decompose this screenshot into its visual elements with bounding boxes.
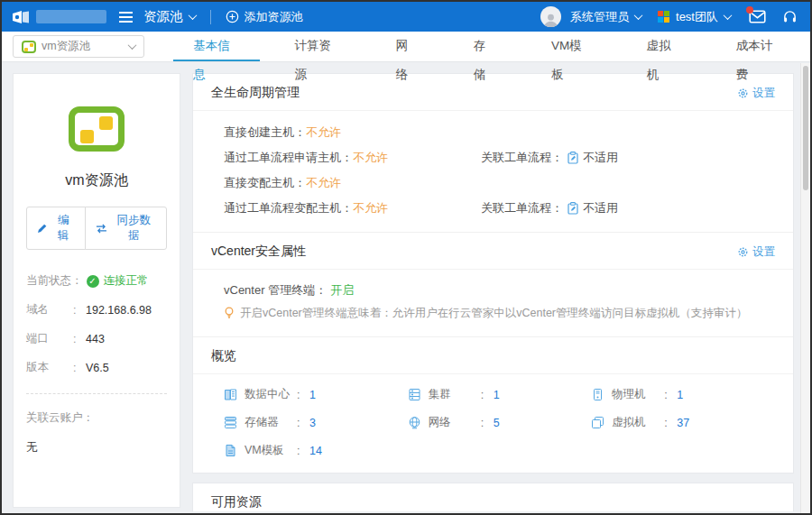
network-icon <box>408 416 421 429</box>
user-silhouette-icon <box>542 12 559 27</box>
overview-item-value: 1 <box>677 389 683 401</box>
status-row: 当前状态： ✓ 连接正常 <box>26 273 167 289</box>
tabbar: vm资源池 基本信息 计算资源 网络 存储 VM模板 虚拟机 成本计费 <box>2 32 810 62</box>
overview-item-label: 物理机 <box>612 387 664 402</box>
edit-button[interactable]: 编辑 <box>26 207 86 250</box>
colon: : <box>481 389 494 401</box>
colon: : <box>297 417 309 429</box>
overview-item: VM模板 : 14 <box>224 443 408 458</box>
plus-circle-icon <box>226 10 239 23</box>
app-logo[interactable] <box>11 9 106 25</box>
linked-account-value: 无 <box>26 440 167 455</box>
pool-selector-value: vm资源池 <box>42 39 90 54</box>
lifecycle-row-value: 不允许 <box>353 200 388 216</box>
overview-item: 数据中心 : 1 <box>224 387 408 402</box>
tab-cost-billing[interactable]: 成本计费 <box>709 32 810 61</box>
scrollbar-track[interactable] <box>800 63 810 513</box>
sync-data-button[interactable]: 同步数据 <box>85 207 167 250</box>
status-label: 当前状态： <box>26 273 83 289</box>
app-window: 资源池 添加资源池 系统管理员 test <box>0 0 812 515</box>
lifecycle-section-title: 全生命周期管理 <box>211 85 300 101</box>
overview-item: 网络 : 5 <box>408 415 592 430</box>
linked-workflow: 关联工单流程： 不适用 <box>481 150 618 166</box>
add-pool-button[interactable]: 添加资源池 <box>226 9 303 25</box>
scrollbar-thumb[interactable] <box>803 66 808 190</box>
main-panel: 全生命周期管理 设置 直接创建主机：不允许 <box>192 73 794 511</box>
lifecycle-row-label: 通过工单流程申请主机： <box>224 150 353 166</box>
lifecycle-row-label: 直接变配主机： <box>224 175 306 191</box>
status-badge: ✓ 连接正常 <box>87 273 149 289</box>
hamburger-menu-icon[interactable] <box>119 12 133 23</box>
notification-badge <box>746 6 753 14</box>
clipboard-icon <box>567 202 578 215</box>
colon: : <box>297 445 309 457</box>
overview-item-value: 3 <box>309 417 316 429</box>
gear-icon <box>737 246 749 258</box>
content: vm资源池 编辑 同步数据 <box>2 62 810 511</box>
overview-section-title: 概览 <box>211 348 236 364</box>
dashed-divider <box>26 393 167 394</box>
vcenter-section-title: vCenter安全属性 <box>211 244 306 260</box>
tab-vm-template[interactable]: VM模板 <box>524 32 620 61</box>
vm-template-icon <box>224 444 237 457</box>
cluster-icon <box>408 388 421 401</box>
vcenter-settings-link[interactable]: 设置 <box>737 244 775 260</box>
support-button[interactable] <box>782 9 798 24</box>
virtual-machine-icon <box>591 416 604 429</box>
avatar[interactable] <box>540 6 561 27</box>
resource-pool-menu-label: 资源池 <box>143 8 183 25</box>
vcenter-hint: 开启vCenter管理终端意味着：允许用户在行云管家中以vCenter管理终端访… <box>240 306 748 321</box>
tab-compute[interactable]: 计算资源 <box>267 32 368 61</box>
tab-virtual-machine[interactable]: 虚拟机 <box>620 32 709 61</box>
sync-data-button-label: 同步数据 <box>112 213 157 244</box>
vm-pool-icon <box>22 41 36 53</box>
colon: : <box>73 333 86 345</box>
lifecycle-row-value: 不允许 <box>306 124 341 141</box>
linked-account-label: 关联云账户： <box>26 410 167 426</box>
pool-selector-dropdown[interactable]: vm资源池 <box>13 35 144 58</box>
chevron-down-icon <box>724 11 733 20</box>
vcenter-settings-label: 设置 <box>752 244 775 260</box>
user-menu[interactable]: 系统管理员 <box>570 9 641 25</box>
chevron-down-icon <box>188 11 197 20</box>
user-name: 系统管理员 <box>570 9 629 25</box>
overview-item-label: 存储器 <box>245 415 297 430</box>
overview-item-label: 数据中心 <box>245 387 297 402</box>
linked-workflow: 关联工单流程： 不适用 <box>481 200 618 216</box>
overview-item-label: VM模板 <box>245 443 297 458</box>
lightbulb-icon <box>224 307 235 319</box>
colon: : <box>664 417 677 429</box>
chevron-down-icon <box>128 41 137 50</box>
tab-network[interactable]: 网络 <box>369 32 447 61</box>
headset-icon <box>782 9 798 24</box>
version-row: 版本 : V6.5 <box>26 360 167 375</box>
tabs: 基本信息 计算资源 网络 存储 VM模板 虚拟机 成本计费 <box>166 32 810 61</box>
lifecycle-row-value: 不允许 <box>353 150 388 166</box>
messages-button[interactable] <box>749 10 766 23</box>
overview-item-label: 虚拟机 <box>612 415 664 430</box>
linked-workflow-value: 不适用 <box>583 200 618 216</box>
team-menu[interactable]: test团队 <box>658 9 731 25</box>
tab-basic-info[interactable]: 基本信息 <box>166 32 267 61</box>
domain-value: 192.168.6.98 <box>86 304 152 317</box>
status-value: 连接正常 <box>104 273 149 289</box>
overview-item: 虚拟机 : 37 <box>591 415 775 430</box>
overview-item-value: 1 <box>309 389 316 401</box>
app-logo-name-redacted <box>36 10 106 23</box>
resource-pool-menu[interactable]: 资源池 <box>143 8 196 25</box>
tab-storage[interactable]: 存储 <box>447 32 524 61</box>
chevron-down-icon <box>634 11 643 20</box>
version-value: V6.5 <box>86 362 109 374</box>
lifecycle-row: 通过工单流程申请主机：不允许 关联工单流程： 不适用 <box>224 145 775 170</box>
overview-item-value: 14 <box>309 445 322 457</box>
lifecycle-row: 通过工单流程变配主机：不允许 关联工单流程： 不适用 <box>224 196 775 221</box>
team-name: test团队 <box>676 9 718 25</box>
resources-card: 可用资源 CPU CPU 可用: 12.29 <box>192 483 794 511</box>
resources-section-title: 可用资源 <box>211 494 262 510</box>
overview-item-label: 集群 <box>429 387 481 402</box>
lifecycle-section: 全生命周期管理 设置 直接创建主机：不允许 <box>193 74 793 232</box>
lifecycle-row-value: 不允许 <box>306 175 341 191</box>
overview-item: 集群 : 1 <box>408 387 592 402</box>
check-circle-icon: ✓ <box>87 275 99 288</box>
sync-arrows-icon <box>96 224 107 234</box>
